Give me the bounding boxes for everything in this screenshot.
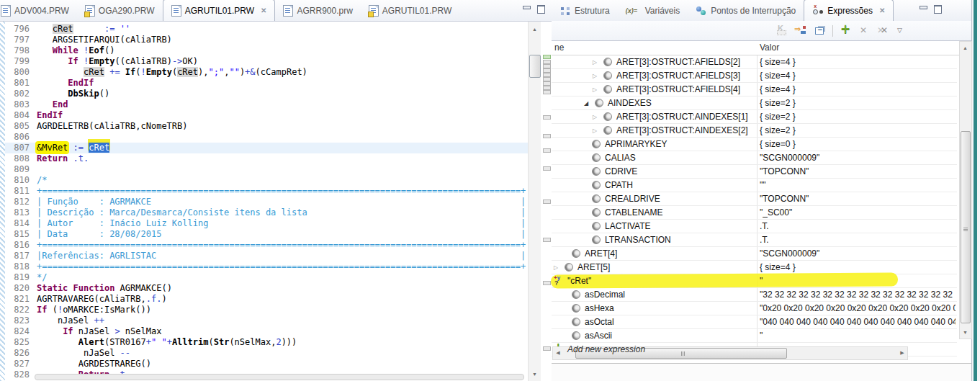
line-number[interactable]: 820: [5, 283, 37, 294]
editor-tab[interactable]: AGRUTIL01.PRW: [361, 1, 459, 21]
scrollbar-thumb[interactable]: [961, 131, 971, 323]
code-line[interactable]: 817|Referências: AGRLISTAC|: [5, 251, 528, 261]
code-line[interactable]: 812| Função : AGRMAKCE|: [5, 197, 528, 207]
line-number[interactable]: 810: [5, 175, 37, 186]
scroll-up-icon[interactable]: ▲: [529, 24, 541, 35]
tree-column-header[interactable]: ne Valor: [552, 41, 971, 55]
expression-row[interactable]: asDecimal"32 32 32 32 32 32 32 32 32 32 …: [552, 288, 957, 302]
expression-row[interactable]: asHexa"0x20 0x20 0x20 0x20 0x20 0x20 0x2…: [552, 302, 957, 315]
code-line[interactable]: 813| Descrição : Marca/Desmarca/Consiste…: [5, 207, 528, 218]
code-line[interactable]: 802 DbSkip(): [5, 89, 528, 99]
code-line[interactable]: 804EndIf: [5, 110, 528, 121]
line-number[interactable]: 808: [5, 153, 37, 164]
code-line[interactable]: 801 EndIf: [5, 78, 528, 89]
annotation-mark-icon[interactable]: [543, 148, 551, 153]
code-line[interactable]: 819*/: [5, 272, 528, 283]
collapsed-arrow-icon[interactable]: ▷: [593, 114, 603, 120]
expression-row[interactable]: ▷ARET[3]:OSTRUCT:AFIELDS[4]{ size=4 }: [552, 83, 957, 97]
code-line[interactable]: 827 AGRDESTRAREG(): [5, 359, 528, 369]
annotation-mark-icon[interactable]: [543, 90, 551, 94]
code-line[interactable]: 805AGRDELETRB(cAliaTRB,cNomeTRB): [5, 121, 528, 132]
panel-tab[interactable]: Expressões✕: [804, 0, 894, 21]
line-number[interactable]: 798: [5, 45, 37, 56]
panel-tab[interactable]: Variáveis: [618, 1, 688, 21]
code-line[interactable]: 810/*: [5, 175, 528, 186]
annotation-mark-icon[interactable]: [543, 115, 551, 120]
expression-row[interactable]: +y?"cRet"": [552, 274, 957, 288]
expression-row[interactable]: ▷ARET[3]:OSTRUCT:AINDEXES[1]{ size=2 }: [552, 110, 957, 124]
code-line[interactable]: 803 End: [5, 99, 528, 110]
expression-row[interactable]: ▷ARET[3]:OSTRUCT:AFIELDS[2]{ size=4 }: [552, 55, 957, 69]
line-number[interactable]: 805: [5, 121, 37, 132]
expanded-arrow-icon[interactable]: ◢: [584, 100, 595, 107]
line-number[interactable]: 799: [5, 56, 37, 67]
expression-row[interactable]: asOctal"040 040 040 040 040 040 040 040 …: [552, 315, 957, 329]
expression-row[interactable]: ARET[4]"SCGN000009": [552, 247, 957, 261]
code-line[interactable]: 799 If !Empty((cAliaTRB)->OK): [5, 56, 528, 67]
line-number[interactable]: 801: [5, 78, 37, 89]
expression-row[interactable]: LACTIVATE.T.: [552, 220, 957, 233]
line-number[interactable]: 797: [5, 35, 37, 45]
code-line[interactable]: 806: [5, 132, 528, 143]
code-line[interactable]: 809: [5, 164, 528, 175]
annotation-mark-icon[interactable]: [543, 55, 551, 59]
expression-row[interactable]: ▷ARET[5]{ size=4 }: [552, 261, 957, 274]
tree-vertical-scrollbar[interactable]: ▲ ▼: [959, 41, 972, 339]
code-line[interactable]: 800 cRet += If(!Empty(cRet),";","")+&(cC…: [5, 67, 528, 78]
expression-row[interactable]: CDRIVE"TOPCONN": [552, 165, 957, 179]
expression-row[interactable]: asAscii": [552, 329, 957, 343]
line-number[interactable]: 809: [5, 164, 37, 175]
expression-row[interactable]: LTRANSACTION.T.: [552, 233, 957, 247]
show-type-names-icon[interactable]: [776, 24, 788, 37]
expression-row[interactable]: CTABLENAME"_SC00": [552, 206, 957, 220]
expression-row[interactable]: APRIMARYKEY{ size=0 }: [552, 138, 957, 151]
scroll-left-icon[interactable]: ◀: [553, 347, 563, 358]
annotation-mark-icon[interactable]: [543, 134, 551, 138]
collapsed-arrow-icon[interactable]: ▷: [593, 86, 603, 93]
annotation-mark-icon[interactable]: [543, 281, 551, 285]
editor-tab[interactable]: OGA290.PRW: [77, 1, 163, 21]
line-number[interactable]: 817: [5, 251, 37, 261]
line-number[interactable]: 803: [5, 99, 37, 110]
scrollbar-thumb[interactable]: [529, 55, 541, 78]
line-number[interactable]: 802: [5, 89, 37, 99]
code-line[interactable]: 796 cRet := '': [5, 24, 528, 35]
minimize-icon[interactable]: [920, 6, 927, 13]
collapse-all-icon[interactable]: [814, 24, 826, 37]
expression-row[interactable]: CALIAS"SCGN000009": [552, 151, 957, 165]
line-number[interactable]: 804: [5, 110, 37, 121]
line-number[interactable]: 825: [5, 337, 37, 348]
line-number[interactable]: 812: [5, 197, 37, 207]
minimize-icon[interactable]: [523, 6, 531, 13]
code-line[interactable]: 816+====================================…: [5, 240, 528, 251]
line-number[interactable]: 800: [5, 67, 37, 78]
scroll-down-icon[interactable]: ▼: [529, 369, 541, 380]
line-number[interactable]: 806: [5, 132, 37, 143]
line-number[interactable]: 811: [5, 186, 37, 197]
code-line[interactable]: 822If (!oMARKCE:IsMark()): [5, 305, 528, 315]
code-line[interactable]: 798 While !Eof(): [5, 45, 528, 56]
expression-row[interactable]: ◢AINDEXES{ size=2 }: [552, 97, 957, 110]
annotation-mark-icon[interactable]: [543, 238, 551, 242]
name-column-header[interactable]: ne: [554, 42, 564, 53]
scroll-down-icon[interactable]: ▼: [959, 327, 971, 338]
code-text-area[interactable]: 796 cRet := ''797 ARGSETIFARQUI(cAliaTRB…: [5, 22, 528, 381]
close-icon[interactable]: ✕: [261, 6, 266, 14]
line-number[interactable]: 796: [5, 24, 37, 35]
expression-row[interactable]: CREALDRIVE"TOPCONN": [552, 192, 957, 206]
close-icon[interactable]: ✕: [879, 6, 885, 14]
line-number[interactable]: 828: [5, 369, 37, 380]
line-number[interactable]: 815: [5, 229, 37, 240]
collapsed-arrow-icon[interactable]: ▷: [593, 59, 603, 66]
maximize-icon[interactable]: [934, 5, 942, 13]
expression-row[interactable]: ▷ARET[3]:OSTRUCT:AINDEXES[2]{ size=2 }: [552, 124, 957, 138]
maximize-icon[interactable]: [537, 5, 545, 13]
line-number[interactable]: 807: [5, 143, 37, 153]
code-line[interactable]: 825 Alert(STR0167+" "+Alltrim(Str(nSelMa…: [5, 337, 528, 348]
line-number[interactable]: 816: [5, 240, 37, 251]
code-line[interactable]: 815| Data : 28/08/2015|: [5, 229, 528, 240]
panel-tab[interactable]: Estrutura: [552, 1, 618, 21]
expression-row[interactable]: ▷ARET[3]:OSTRUCT:AFIELDS[3]{ size=4 }: [552, 69, 957, 83]
line-number[interactable]: 813: [5, 207, 37, 218]
add-expression-icon[interactable]: [840, 24, 852, 37]
